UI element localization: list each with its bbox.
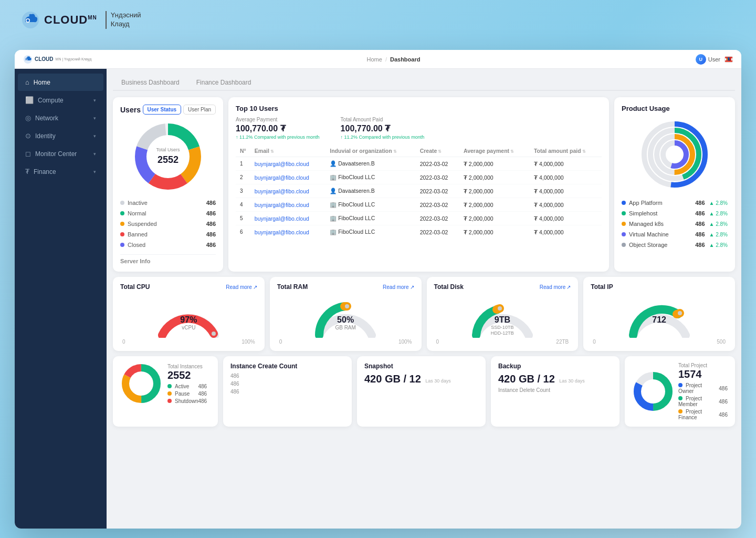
sidebar-item-compute[interactable]: ⬜ Compute ▾: [18, 91, 103, 109]
ip-gauge: 712 0 500: [591, 294, 728, 345]
table-row: 6 buynjargal@fibo.cloud 🏢 FiboCloud LLC …: [236, 225, 602, 239]
instance-create-title: Instance Create Count: [230, 363, 344, 370]
instances-card: Total Instances 2552 Active 486 Pause 48…: [113, 356, 218, 427]
flag-icon[interactable]: 🇲🇳: [724, 56, 733, 63]
users-card-title: Users: [120, 106, 141, 114]
window-topbar: CLOUD MN | Үндэсний Клауд Home / Dashboa…: [15, 50, 741, 69]
mini-logo-icon: [23, 55, 33, 64]
avg-payment-change: ↑ 11.2% Compared with previous month: [236, 134, 320, 140]
server-info-label: Server Info: [120, 254, 216, 264]
snapshot-value: 420 GB / 12: [364, 373, 421, 385]
payment-stats: Average Payment 100,770.00 ₮ ↑ 11.2% Com…: [236, 117, 602, 140]
ram-gauge: 50% GB RAM 0 100%: [277, 294, 414, 345]
compute-icon: ⬜: [25, 96, 34, 104]
ip-gauge-labels: 0 500: [591, 339, 728, 345]
backup-title: Backup: [498, 363, 612, 370]
breadcrumb-home[interactable]: Home: [367, 56, 382, 63]
sidebar-label-network: Network: [35, 115, 89, 122]
top-users-title: Top 10 Users: [236, 105, 602, 112]
table-row: 1 buynjargal@fibo.cloud 👤 Davaatseren.B …: [236, 157, 602, 171]
logo-subtitle: Үндэсний Клауд: [106, 11, 141, 29]
instances-title: Total Instances: [167, 364, 207, 369]
project-card: Total Project 1574 Project Owner 486 Pro…: [625, 356, 735, 427]
th-email[interactable]: Email⇅: [250, 145, 326, 157]
chevron-down-icon: ▾: [93, 98, 96, 103]
th-total-paid[interactable]: Total amount paid⇅: [530, 145, 602, 157]
main-content: Business Dashboard Finance Dashboard Use…: [107, 69, 741, 529]
svg-point-22: [498, 306, 502, 311]
sidebar-label-home: Home: [34, 79, 96, 86]
status-item-suspended: Suspended 486: [120, 219, 216, 229]
sidebar-label-finance: Finance: [34, 168, 89, 175]
product-item-managed-k8s: Managed k8s 486 ▲ 2.8%: [622, 219, 728, 229]
disk-card-header: Total Disk Read more ↗: [434, 283, 571, 291]
user-status-button[interactable]: User Status: [143, 105, 182, 115]
sidebar-item-finance[interactable]: ₮ Finance ▾: [18, 163, 103, 180]
top-header: CLOUDMN Үндэсний Клауд: [0, 0, 756, 40]
logo-icon: [21, 11, 40, 29]
th-org[interactable]: Induvial or organization⇅: [326, 145, 415, 157]
ip-value: 712: [652, 315, 666, 325]
svg-point-23: [678, 311, 682, 315]
monitor-icon: ◻: [25, 150, 31, 158]
total-payment-label: Total Amount Paid: [341, 117, 425, 122]
backup-value: 420 GB / 12: [498, 373, 555, 385]
project-member-row: Project Member 486: [678, 396, 728, 407]
svg-point-21: [345, 304, 349, 308]
product-item-object-storage: Object Storage 486 ▲ 2.8%: [622, 240, 728, 250]
main-window: CLOUD MN | Үндэсний Клауд Home / Dashboa…: [15, 50, 741, 529]
identity-icon: ⊙: [25, 132, 31, 140]
breadcrumb-current: Dashboard: [390, 56, 420, 63]
sidebar-label-compute: Compute: [38, 97, 89, 104]
disk-unit: SSD-10TB HDD-12TB: [491, 325, 514, 337]
status-item-closed: Closed 486: [120, 240, 216, 250]
server-info-row: Total CPU Read more ↗: [113, 277, 735, 351]
sidebar-item-identity[interactable]: ⊙ Identity ▾: [18, 127, 103, 144]
cpu-read-more[interactable]: Read more ↗: [226, 284, 257, 290]
ip-card-header: Total IP: [591, 283, 728, 291]
tab-business-dashboard[interactable]: Business Dashboard: [113, 75, 188, 91]
user-plan-button[interactable]: User Plan: [183, 105, 216, 115]
ram-gauge-labels: 0 100%: [277, 339, 414, 345]
ip-title: Total IP: [591, 283, 613, 291]
instance-create-card: Instance Create Count 486 486 486: [223, 356, 352, 427]
ram-card-header: Total RAM Read more ↗: [277, 283, 414, 291]
cpu-gauge: 97% vCPU 0 100%: [120, 294, 257, 345]
project-finance-row: Project Finance 486: [678, 409, 728, 420]
topbar-left: CLOUD MN | Үндэсний Клауд: [23, 55, 91, 64]
th-avg-payment[interactable]: Average payment⇅: [459, 145, 530, 157]
disk-title: Total Disk: [434, 283, 464, 291]
dashboard-tabs: Business Dashboard Finance Dashboard: [113, 75, 735, 91]
sidebar-item-monitor[interactable]: ◻ Monitor Center ▾: [18, 145, 103, 162]
disk-read-more[interactable]: Read more ↗: [540, 284, 571, 290]
user-avatar: U: [696, 54, 706, 65]
users-card: Users User Status User Plan: [113, 97, 223, 272]
tab-finance-dashboard[interactable]: Finance Dashboard: [188, 75, 260, 91]
avg-payment-value: 100,770.00 ₮: [236, 123, 320, 133]
disk-gauge: 9TB SSD-10TB HDD-12TB 0 22TB: [434, 294, 571, 345]
product-item-app-platform: App Platform 486 ▲ 2.8%: [622, 198, 728, 208]
cpu-value: 97% vCPU: [180, 315, 197, 330]
ram-read-more[interactable]: Read more ↗: [383, 284, 414, 290]
project-title: Total Project: [678, 363, 728, 368]
svg-point-5: [26, 59, 27, 60]
disk-card: Total Disk Read more ↗: [427, 277, 579, 351]
avg-payment-stat: Average Payment 100,770.00 ₮ ↑ 11.2% Com…: [236, 117, 320, 140]
logo-text: CLOUDMN: [44, 13, 97, 27]
sidebar-label-monitor: Monitor Center: [35, 150, 89, 158]
status-item-banned: Banned 486: [120, 229, 216, 240]
users-donut-chart: Total Users 2552: [120, 120, 216, 193]
mini-logo: CLOUD MN | Үндэсний Клауд: [23, 55, 91, 64]
status-item-normal: Normal 486: [120, 208, 216, 219]
sidebar-item-network[interactable]: ◎ Network ▾: [18, 109, 103, 127]
ip-card: Total IP 712: [583, 277, 735, 351]
user-badge[interactable]: U User: [696, 54, 720, 65]
snapshot-period: Las 30 days: [425, 378, 451, 384]
concentric-donut-chart: [622, 118, 728, 191]
th-n: N°: [236, 145, 250, 157]
home-icon: ⌂: [25, 78, 29, 86]
sidebar-item-home[interactable]: ⌂ Home: [18, 74, 103, 91]
snapshot-title: Snapshot: [364, 363, 478, 370]
table-row: 2 buynjargal@fibo.cloud 🏢 FiboCloud LLC …: [236, 171, 602, 184]
th-create[interactable]: Create⇅: [416, 145, 459, 157]
